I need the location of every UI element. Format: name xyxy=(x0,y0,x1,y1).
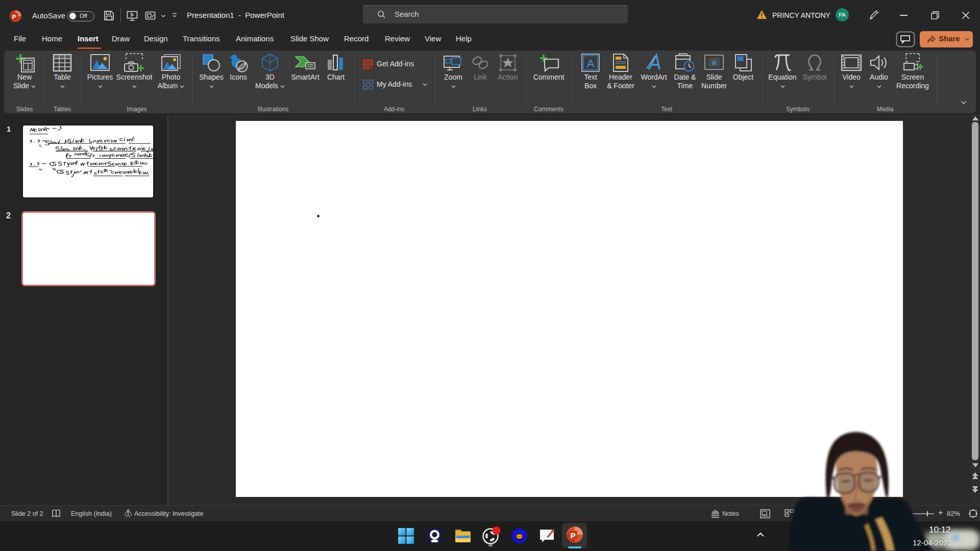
svg-text:P: P xyxy=(12,14,16,20)
svg-text:#: # xyxy=(712,58,717,67)
svg-text:A: A xyxy=(587,57,595,70)
svg-text:P: P xyxy=(570,531,575,540)
